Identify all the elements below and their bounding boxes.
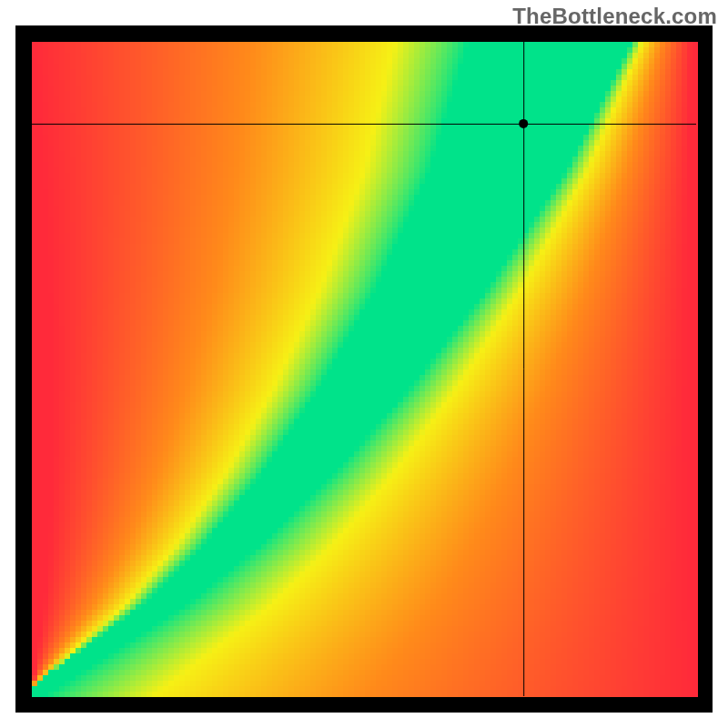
bottleneck-heatmap <box>15 25 713 713</box>
